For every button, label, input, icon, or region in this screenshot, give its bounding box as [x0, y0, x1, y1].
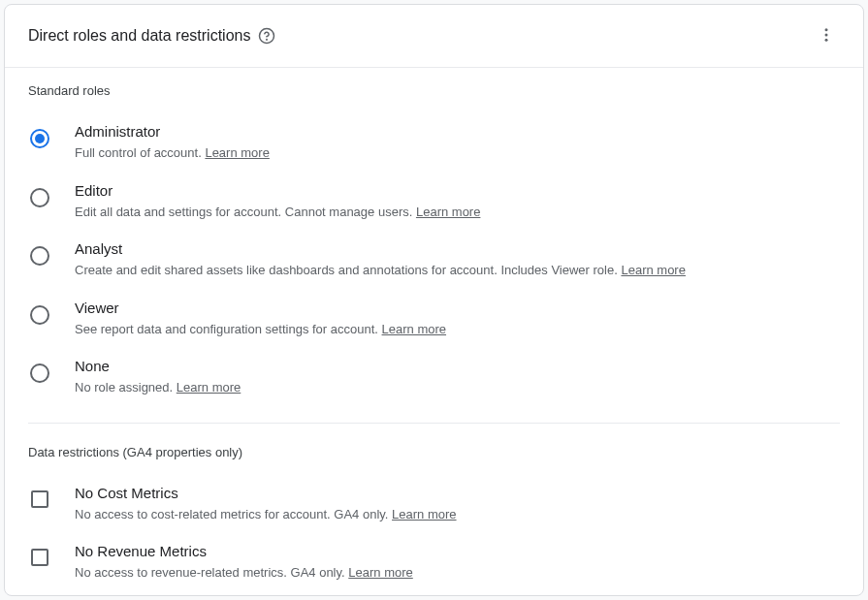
panel-title: Direct roles and data restrictions: [28, 27, 250, 45]
restriction-option-no-cost[interactable]: No Cost Metrics No access to cost-relate…: [28, 475, 840, 534]
svg-point-4: [825, 38, 828, 41]
role-description: See report data and configuration settin…: [75, 320, 840, 339]
learn-more-link[interactable]: Learn more: [392, 507, 456, 521]
more-menu-button[interactable]: [809, 18, 844, 53]
radio-analyst[interactable]: [30, 246, 49, 266]
radio-administrator[interactable]: [30, 129, 49, 148]
learn-more-link[interactable]: Learn more: [348, 565, 412, 580]
role-description: No role assigned. Learn more: [75, 378, 840, 397]
learn-more-link[interactable]: Learn more: [205, 145, 269, 160]
standard-roles-title: Standard roles: [28, 83, 840, 98]
restriction-title: No Cost Metrics: [75, 485, 840, 501]
role-description: Full control of account. Learn more: [75, 143, 840, 163]
learn-more-link[interactable]: Learn more: [416, 205, 480, 219]
role-option-viewer[interactable]: Viewer See report data and configuration…: [28, 290, 840, 349]
role-title: Analyst: [75, 240, 840, 257]
role-description: Edit all data and settings for account. …: [75, 203, 840, 222]
roles-panel: Direct roles and data restrictions Stand…: [4, 4, 864, 596]
restriction-description: No access to cost-related metrics for ac…: [75, 505, 840, 524]
learn-more-link[interactable]: Learn more: [621, 263, 685, 277]
restriction-title: No Revenue Metrics: [75, 543, 840, 559]
section-divider: [28, 423, 840, 424]
svg-point-1: [267, 39, 268, 40]
radio-editor[interactable]: [30, 188, 49, 207]
checkbox-no-cost[interactable]: [31, 490, 48, 508]
data-restrictions-section: Data restrictions (GA4 properties only) …: [5, 429, 863, 597]
role-description: Create and edit shared assets like dashb…: [75, 261, 840, 280]
panel-title-wrap: Direct roles and data restrictions: [28, 27, 275, 45]
more-vert-icon: [818, 26, 835, 47]
restriction-description: No access to revenue-related metrics. GA…: [75, 563, 840, 583]
radio-none[interactable]: [30, 363, 49, 383]
learn-more-link[interactable]: Learn more: [382, 322, 446, 336]
checkbox-no-revenue[interactable]: [31, 549, 48, 566]
learn-more-link[interactable]: Learn more: [177, 380, 241, 395]
restriction-option-no-revenue[interactable]: No Revenue Metrics No access to revenue-…: [28, 533, 840, 592]
standard-roles-section: Standard roles Administrator Full contro…: [5, 68, 863, 417]
role-title: None: [75, 358, 840, 374]
data-restrictions-title: Data restrictions (GA4 properties only): [28, 445, 840, 459]
role-title: Viewer: [75, 300, 840, 316]
panel-header: Direct roles and data restrictions: [5, 5, 863, 68]
role-title: Administrator: [75, 123, 840, 140]
role-option-none[interactable]: None No role assigned. Learn more: [28, 348, 840, 407]
radio-viewer[interactable]: [30, 305, 49, 325]
svg-point-3: [825, 33, 828, 36]
role-option-analyst[interactable]: Analyst Create and edit shared assets li…: [28, 231, 840, 290]
role-title: Editor: [75, 182, 840, 199]
role-option-editor[interactable]: Editor Edit all data and settings for ac…: [28, 173, 840, 232]
role-option-administrator[interactable]: Administrator Full control of account. L…: [28, 113, 840, 173]
help-icon[interactable]: [258, 27, 275, 45]
svg-point-2: [825, 28, 828, 31]
